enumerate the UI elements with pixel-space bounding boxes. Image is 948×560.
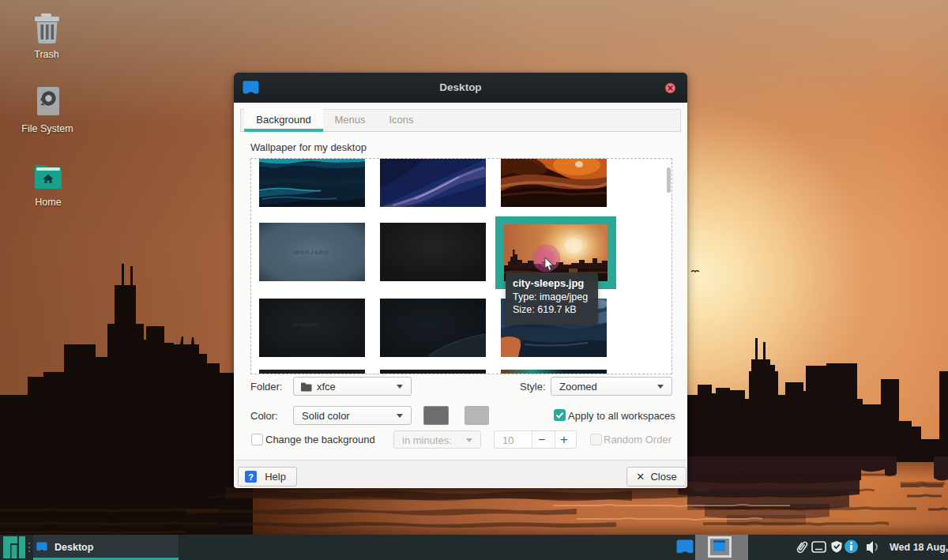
svg-text:?: ? — [248, 472, 254, 482]
svg-text:MANJARO: MANJARO — [295, 250, 329, 255]
